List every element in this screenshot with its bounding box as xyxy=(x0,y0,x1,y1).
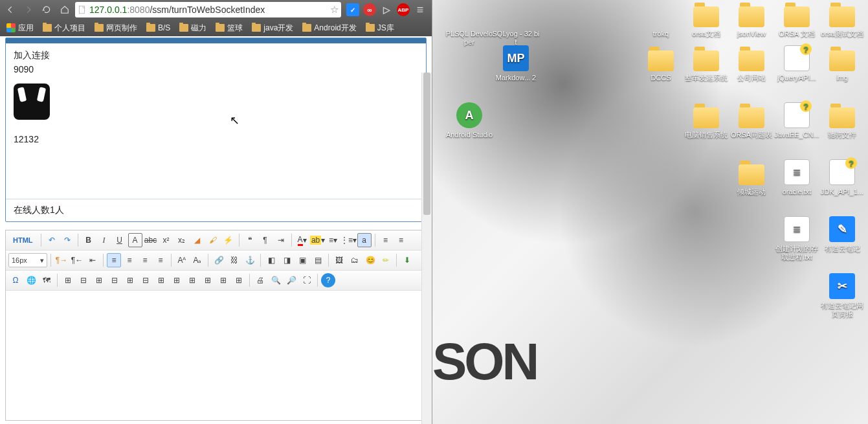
unordered-list-button[interactable]: ⋮≡▾ xyxy=(342,233,356,247)
insert-row-button[interactable]: ⊞ xyxy=(92,273,106,287)
bg-color-button[interactable]: ab▾ xyxy=(311,233,325,247)
ext-abp-icon[interactable]: ABP xyxy=(397,3,410,16)
underline-button[interactable]: U xyxy=(113,233,127,247)
desktop-icon[interactable]: jsonView xyxy=(728,1,775,38)
gmap-button[interactable]: 🗺 xyxy=(39,273,54,287)
align-center-button[interactable]: ≡ xyxy=(122,253,137,267)
scrawl-button[interactable]: ✏ xyxy=(379,253,393,267)
source-button[interactable]: HTML xyxy=(8,233,38,247)
bookmark-folder[interactable]: java开发 xyxy=(248,21,297,35)
link-button[interactable]: 🔗 xyxy=(212,253,226,267)
anchor-button[interactable]: ⚓ xyxy=(243,253,257,267)
desktop-icon[interactable]: jQueryAPI... xyxy=(773,45,821,82)
desktop-icon[interactable]: ✂有道云笔记网页剪报 xyxy=(818,273,866,318)
ext-cursor-icon[interactable]: ▷ xyxy=(380,3,393,16)
image-right-button[interactable]: ◨ xyxy=(280,253,294,267)
desktop-icon[interactable]: 创建计划的存取过程.txt xyxy=(773,216,821,262)
apps-shortcut[interactable]: 应用 xyxy=(3,21,38,35)
desktop-icon[interactable]: ORSA问题表 xyxy=(728,102,775,139)
desktop-icon[interactable]: 整车发运系统 xyxy=(682,45,730,82)
desktop-icon[interactable]: ✎有道云笔记 xyxy=(818,216,866,253)
back-button[interactable] xyxy=(3,3,18,17)
subscript-button[interactable]: x₂ xyxy=(175,233,189,247)
split-rows-button[interactable]: ⊞ xyxy=(216,273,230,287)
desktop-icon[interactable]: ORSA 文档 xyxy=(773,1,821,38)
preview-button[interactable]: 🔍 xyxy=(269,273,283,287)
attachment-button[interactable]: ⬇ xyxy=(400,253,414,267)
desktop-icon[interactable]: img xyxy=(818,45,866,82)
image-left-button[interactable]: ◧ xyxy=(264,253,278,267)
delete-col-button[interactable]: ⊟ xyxy=(139,273,153,287)
home-button[interactable] xyxy=(57,3,72,17)
rtl-button[interactable]: ¶← xyxy=(70,253,84,267)
delete-row-button[interactable]: ⊟ xyxy=(107,273,122,287)
autotype-button[interactable]: ⚡ xyxy=(221,233,236,247)
search-replace-button[interactable]: 🔎 xyxy=(284,273,298,287)
editor-content-area[interactable] xyxy=(6,291,426,420)
code-button[interactable]: ¶ xyxy=(258,233,273,247)
insert-multi-image-button[interactable]: 🗂 xyxy=(348,253,362,267)
ltr-button[interactable]: ¶→ xyxy=(54,253,69,267)
split-cols-button[interactable]: ⊞ xyxy=(232,273,246,287)
desktop-icon[interactable]: orsa测试文档 xyxy=(818,1,866,38)
print-button[interactable]: 🖨 xyxy=(253,273,267,287)
uppercase-button[interactable]: Aᴬ xyxy=(175,253,189,267)
bookmark-folder[interactable]: Android开发 xyxy=(298,21,360,35)
scrollbar-thumb[interactable] xyxy=(423,73,430,215)
bookmark-folder[interactable]: 网页制作 xyxy=(91,21,141,35)
ordered-list-button[interactable]: ≡▾ xyxy=(326,233,340,247)
indent-button[interactable]: ⇥ xyxy=(274,233,288,247)
align-right-button[interactable]: ≡ xyxy=(138,253,152,267)
font-border-button[interactable]: A xyxy=(128,233,142,247)
desktop-icon[interactable]: orsa文档 xyxy=(682,1,730,38)
desktop-icon[interactable]: 公司网站 xyxy=(728,45,775,82)
ext-infinity-icon[interactable]: ∞ xyxy=(363,3,376,16)
desktop-icon[interactable]: JDK_API_1... xyxy=(818,159,866,196)
desktop-icon[interactable]: JavaEE_CN... xyxy=(773,102,821,139)
strikethrough-button[interactable]: abc xyxy=(144,233,158,247)
desktop[interactable]: SON PLSQL DeveloperSQLyog - 32 bittrokqo… xyxy=(432,0,868,424)
bookmark-folder[interactable]: 个人项目 xyxy=(39,21,89,35)
align-right-group-button[interactable]: ≡ xyxy=(394,233,408,247)
bookmark-folder[interactable]: B/S xyxy=(142,22,174,34)
fullscreen-button[interactable]: ⛶ xyxy=(300,273,314,287)
insert-image-button[interactable]: 🖼 xyxy=(332,253,346,267)
ext-blue-icon[interactable]: ✓ xyxy=(346,3,359,16)
outdent-button[interactable]: ⇤ xyxy=(85,253,100,267)
emoticon-button[interactable]: 😊 xyxy=(363,253,377,267)
bookmark-folder[interactable]: 篮球 xyxy=(212,21,247,35)
align-left-group-button[interactable]: ≡ xyxy=(379,233,393,247)
align-left-button[interactable]: ≡ xyxy=(107,253,121,267)
insert-table-button[interactable]: ⊞ xyxy=(61,273,75,287)
desktop-icon[interactable]: PLSQL Developer xyxy=(445,1,493,47)
bookmark-folder[interactable]: JS库 xyxy=(362,21,398,35)
merge-cells-button[interactable]: ⊞ xyxy=(154,273,168,287)
superscript-button[interactable]: x² xyxy=(159,233,173,247)
desktop-icon[interactable]: AAndroid Studio xyxy=(445,102,493,139)
blockquote-button[interactable]: ❝ xyxy=(243,233,257,247)
forward-button[interactable] xyxy=(21,3,36,17)
desktop-icon[interactable]: MPMarkdow... 2 xyxy=(492,45,540,82)
delete-table-button[interactable]: ⊟ xyxy=(76,273,91,287)
unlink-button[interactable]: ⛓ xyxy=(227,253,241,267)
insert-col-button[interactable]: ⊞ xyxy=(123,273,137,287)
desktop-icon[interactable]: 驰骋文件 xyxy=(818,102,866,139)
vertical-scrollbar[interactable] xyxy=(421,73,432,424)
format-brush-button[interactable]: 🖌 xyxy=(206,233,220,247)
undo-button[interactable]: ↶ xyxy=(45,233,59,247)
select-all-button[interactable]: a xyxy=(357,233,372,247)
special-char-button[interactable]: Ω xyxy=(8,273,23,287)
desktop-icon[interactable]: SQLyog - 32 bit xyxy=(492,1,540,47)
eraser-button[interactable]: ◢ xyxy=(190,233,205,247)
desktop-icon[interactable]: oracle.txt xyxy=(773,159,821,196)
italic-button[interactable]: I xyxy=(97,233,111,247)
font-color-button[interactable]: A▾ xyxy=(295,233,309,247)
desktop-icon[interactable]: 电脑销售系统 xyxy=(682,102,730,139)
reload-button[interactable] xyxy=(39,3,54,17)
align-justify-button[interactable]: ≡ xyxy=(153,253,168,267)
help-button[interactable]: ? xyxy=(321,273,335,287)
bold-button[interactable]: B xyxy=(82,233,96,247)
address-bar[interactable]: 127.0.0.1:8080/ssm/turnToWebSocketIndex … xyxy=(75,2,341,17)
map-button[interactable]: 🌐 xyxy=(24,273,38,287)
lowercase-button[interactable]: Aₐ xyxy=(190,253,205,267)
